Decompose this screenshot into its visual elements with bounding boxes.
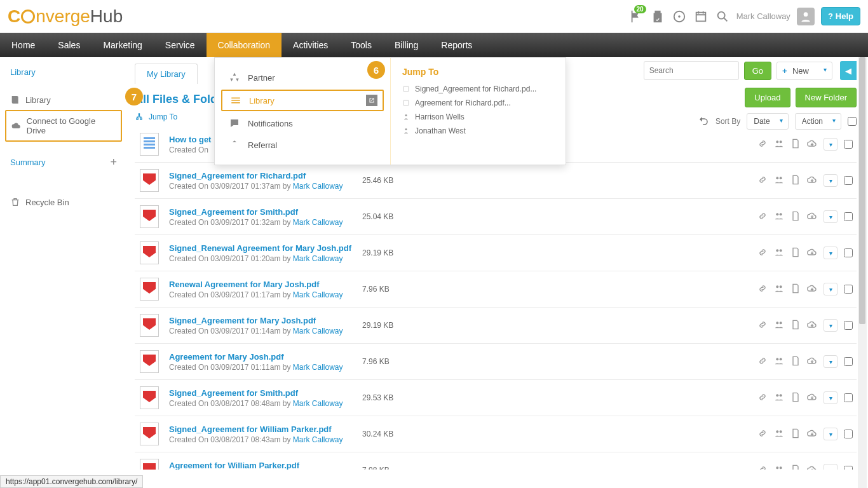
share-icon[interactable] <box>774 428 784 440</box>
nav-item-billing[interactable]: Billing <box>383 33 430 57</box>
search-input[interactable] <box>644 61 739 80</box>
author-link[interactable]: Mark Calloway <box>293 182 343 191</box>
username-label[interactable]: Mark Calloway <box>736 11 790 21</box>
file-name-link[interactable]: Agreement for William Parker.pdf <box>169 461 353 470</box>
nav-item-service[interactable]: Service <box>154 33 207 57</box>
jump-item[interactable]: Jonathan West <box>402 124 554 138</box>
row-dropdown[interactable]: ▾ <box>824 428 837 440</box>
row-dropdown[interactable]: ▾ <box>824 138 837 151</box>
nav-item-marketing[interactable]: Marketing <box>92 33 153 57</box>
row-checkbox[interactable] <box>844 176 853 185</box>
link-icon[interactable] <box>757 320 768 332</box>
author-link[interactable]: Mark Calloway <box>293 327 343 336</box>
dropdown-item-partner[interactable]: Partner <box>215 67 390 88</box>
row-checkbox[interactable] <box>844 357 853 366</box>
share-icon[interactable] <box>774 211 784 223</box>
row-checkbox[interactable] <box>844 285 853 294</box>
author-link[interactable]: Mark Calloway <box>293 290 343 299</box>
jump-item[interactable]: Harrison Wells <box>402 110 554 124</box>
link-icon[interactable] <box>757 464 768 470</box>
file-name-link[interactable]: Renewal Agreement for Mary Josh.pdf <box>169 280 353 289</box>
row-checkbox[interactable] <box>844 466 853 470</box>
link-icon[interactable] <box>757 392 768 404</box>
action-select[interactable]: Action <box>795 113 841 130</box>
jump-item[interactable]: Agreement for Richard.pdf... <box>402 96 554 110</box>
author-link[interactable]: Mark Calloway <box>293 254 343 263</box>
nav-item-reports[interactable]: Reports <box>430 33 484 57</box>
sort-field-select[interactable]: Date <box>747 113 788 130</box>
undo-icon[interactable] <box>698 115 709 128</box>
target-icon[interactable] <box>672 9 687 24</box>
nav-item-sales[interactable]: Sales <box>46 33 92 57</box>
sidebar-item-library[interactable]: Library <box>5 90 122 110</box>
download-icon[interactable] <box>807 320 817 332</box>
new-folder-button[interactable]: New Folder <box>796 88 857 107</box>
nav-item-collaboration[interactable]: Collaboration <box>207 33 282 57</box>
link-icon[interactable] <box>757 139 768 151</box>
row-dropdown[interactable]: ▾ <box>824 174 837 187</box>
clipboard-icon[interactable] <box>650 9 665 24</box>
select-all-checkbox[interactable] <box>848 117 857 126</box>
row-checkbox[interactable] <box>844 212 853 221</box>
link-icon[interactable] <box>757 211 768 223</box>
link-icon[interactable] <box>757 283 768 295</box>
new-dropdown[interactable]: New <box>776 62 832 80</box>
row-dropdown[interactable]: ▾ <box>824 391 837 404</box>
nav-item-home[interactable]: Home <box>0 33 46 57</box>
upload-button[interactable]: Upload <box>745 88 790 107</box>
doc-icon[interactable] <box>790 320 801 332</box>
go-button[interactable]: Go <box>744 62 771 80</box>
share-icon[interactable] <box>774 464 784 470</box>
row-dropdown[interactable]: ▾ <box>824 464 837 470</box>
nav-item-tools[interactable]: Tools <box>339 33 383 57</box>
file-name-link[interactable]: Signed_Renewal Agreement for Mary Josh.p… <box>169 243 353 253</box>
share-icon[interactable] <box>774 139 784 151</box>
download-icon[interactable] <box>807 356 817 368</box>
sidebar-summary[interactable]: Summary + <box>5 151 122 174</box>
doc-icon[interactable] <box>790 356 801 368</box>
sidebar-breadcrumb[interactable]: Library <box>5 64 122 81</box>
doc-icon[interactable] <box>790 392 801 404</box>
row-dropdown[interactable]: ▾ <box>824 247 837 259</box>
link-icon[interactable] <box>757 428 768 440</box>
search-icon[interactable] <box>715 9 730 24</box>
jump-item[interactable]: Signed_Agreement for Richard.pd... <box>402 82 554 96</box>
calendar-icon[interactable] <box>693 9 709 24</box>
doc-icon[interactable] <box>790 283 801 295</box>
row-dropdown[interactable]: ▾ <box>824 355 837 368</box>
download-icon[interactable] <box>807 211 817 223</box>
open-external-icon[interactable] <box>366 95 377 106</box>
row-checkbox[interactable] <box>844 430 853 438</box>
doc-icon[interactable] <box>790 211 801 223</box>
logo[interactable]: C nverge Hub <box>8 6 123 27</box>
row-checkbox[interactable] <box>844 393 853 402</box>
dropdown-item-referral[interactable]: Referral <box>215 134 390 156</box>
share-icon[interactable] <box>774 392 784 404</box>
author-link[interactable]: Mark Calloway <box>293 363 343 372</box>
link-icon[interactable] <box>757 356 768 368</box>
row-dropdown[interactable]: ▾ <box>824 319 837 332</box>
download-icon[interactable] <box>807 283 817 295</box>
tab-my-library[interactable]: My Library <box>135 64 198 84</box>
dropdown-item-library[interactable]: Library <box>221 90 384 111</box>
file-name-link[interactable]: Signed_Agreement for William Parker.pdf <box>169 424 353 434</box>
download-icon[interactable] <box>807 139 817 151</box>
flag-icon[interactable]: 20 <box>628 9 644 24</box>
doc-icon[interactable] <box>790 139 801 151</box>
help-button[interactable]: ?Help <box>821 7 860 25</box>
file-name-link[interactable]: Agreement for Mary Josh.pdf <box>169 352 353 362</box>
row-dropdown[interactable]: ▾ <box>824 210 837 223</box>
download-icon[interactable] <box>807 428 817 440</box>
share-icon[interactable] <box>774 175 784 187</box>
vertical-scrollbar[interactable] <box>858 57 867 488</box>
row-checkbox[interactable] <box>844 321 853 330</box>
doc-icon[interactable] <box>790 247 801 259</box>
link-icon[interactable] <box>757 175 768 187</box>
row-checkbox[interactable] <box>844 248 853 257</box>
download-icon[interactable] <box>807 247 817 259</box>
author-link[interactable]: Mark Calloway <box>293 399 343 408</box>
row-checkbox[interactable] <box>844 140 853 149</box>
doc-icon[interactable] <box>790 464 801 470</box>
share-icon[interactable] <box>774 283 784 295</box>
file-name-link[interactable]: Signed_Agreement for Smith.pdf <box>169 388 353 398</box>
